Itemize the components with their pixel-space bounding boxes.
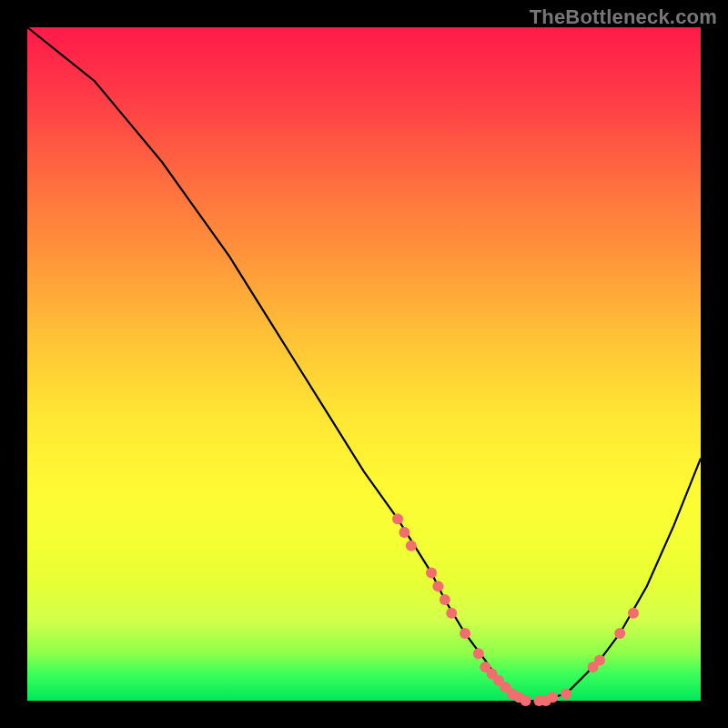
data-marker [446, 608, 457, 619]
data-marker [392, 513, 403, 524]
marker-group [392, 513, 639, 706]
data-marker [440, 594, 450, 605]
data-marker [614, 628, 625, 639]
data-marker [628, 608, 639, 619]
data-marker [432, 581, 443, 592]
data-marker [547, 692, 558, 703]
watermark-text: TheBottleneck.com [530, 5, 717, 29]
data-marker [473, 648, 484, 659]
data-marker [406, 541, 417, 551]
data-marker [399, 527, 410, 538]
data-marker [594, 655, 605, 666]
data-marker [561, 689, 571, 700]
curve-svg [27, 27, 701, 701]
data-marker [426, 567, 437, 578]
data-marker [460, 628, 470, 639]
plot-area [27, 27, 701, 701]
chart-frame: TheBottleneck.com [0, 0, 728, 728]
bottleneck-curve [27, 27, 701, 701]
data-marker [521, 695, 531, 706]
